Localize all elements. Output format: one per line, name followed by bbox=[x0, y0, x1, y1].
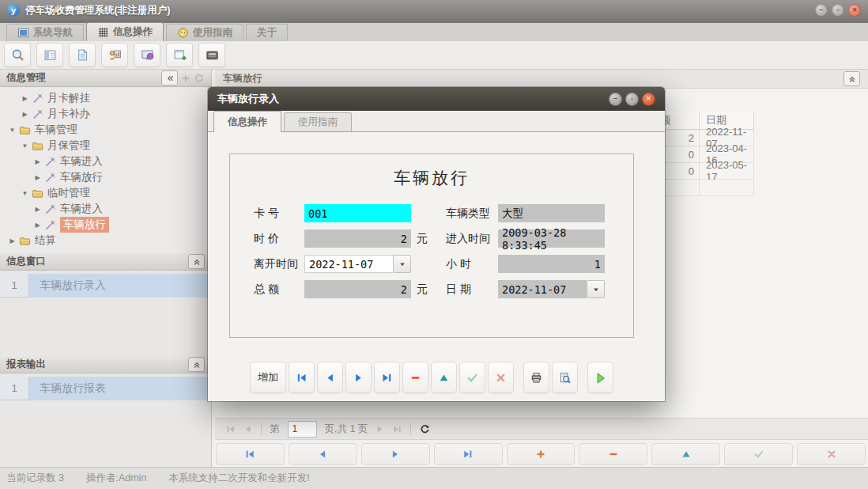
cross-button[interactable] bbox=[488, 362, 514, 393]
nav-first-button[interactable] bbox=[216, 443, 285, 465]
tab-guide[interactable]: 使用指南 bbox=[166, 24, 243, 41]
add-record-button[interactable]: 增加 bbox=[250, 362, 286, 393]
tree-expand-arrow[interactable]: ▶ bbox=[21, 111, 29, 118]
printer-button[interactable] bbox=[523, 362, 549, 393]
tree-expand-arrow[interactable]: ▶ bbox=[33, 222, 42, 229]
page-first-button[interactable] bbox=[221, 420, 239, 438]
info-mgmt-header: 信息管理 bbox=[0, 70, 211, 87]
leave-time-combobox[interactable]: 2022-11-07 bbox=[304, 255, 411, 273]
page-last-button[interactable] bbox=[388, 420, 406, 438]
tab-about[interactable]: 关于 bbox=[246, 24, 288, 41]
main-panel-title: 车辆放行 bbox=[223, 72, 262, 85]
tree-expand-arrow[interactable]: ▶ bbox=[33, 206, 42, 213]
collapse-report-output-button[interactable] bbox=[188, 357, 205, 372]
minus-button[interactable] bbox=[402, 362, 428, 393]
monitor-button[interactable] bbox=[134, 43, 160, 67]
check-button[interactable] bbox=[459, 362, 485, 393]
dialog-close-button[interactable]: × bbox=[642, 93, 655, 106]
tree-collapse-arrow[interactable]: ▼ bbox=[8, 127, 17, 134]
tree-item[interactable]: ▶月卡解挂 bbox=[0, 90, 211, 106]
nav-last-icon bbox=[392, 424, 402, 434]
report-output-row[interactable]: 1车辆放行报表 bbox=[0, 377, 211, 400]
tree-expand-arrow[interactable]: ▶ bbox=[8, 237, 17, 244]
user-report-icon bbox=[108, 48, 122, 62]
tree-item[interactable]: ▼月保管理 bbox=[0, 138, 211, 154]
nav-last-button[interactable] bbox=[374, 362, 400, 393]
plus-button[interactable] bbox=[507, 443, 576, 465]
tree-item[interactable]: ▼车辆管理 bbox=[0, 122, 211, 138]
dialog-maximize-button[interactable]: ▫ bbox=[625, 93, 639, 106]
table-view-button[interactable] bbox=[36, 43, 63, 67]
preview-icon bbox=[559, 372, 571, 384]
tree-item[interactable]: ▶结算 bbox=[0, 233, 211, 248]
leave-time-dropdown-button[interactable] bbox=[393, 255, 411, 273]
tree-expand-arrow[interactable]: ▶ bbox=[33, 158, 42, 165]
info-window-section: 信息窗口 1车辆放行录入 bbox=[0, 253, 211, 356]
minimize-button[interactable]: − bbox=[815, 4, 828, 17]
guide-coin-icon bbox=[177, 27, 189, 39]
tree-expand-arrow[interactable]: ▶ bbox=[33, 174, 42, 181]
tree-item[interactable]: ▶月卡补办 bbox=[0, 106, 211, 122]
dialog-tab[interactable]: 信息操作 bbox=[213, 111, 281, 132]
refresh-dim-icon bbox=[194, 74, 204, 83]
tree-collapse-arrow[interactable]: ▼ bbox=[21, 142, 29, 150]
tree-item-label: 车辆放行 bbox=[60, 170, 103, 184]
form-row: 离开时间2022-11-07小 时1 bbox=[254, 255, 605, 273]
collapse-info-window-button[interactable] bbox=[188, 254, 205, 269]
collapse-sidebar-button[interactable] bbox=[161, 70, 178, 85]
tree-item[interactable]: ▼临时管理 bbox=[0, 185, 211, 201]
grid-icon bbox=[97, 26, 109, 38]
collapse-main-panel-button[interactable] bbox=[843, 71, 860, 86]
up-button[interactable] bbox=[431, 362, 457, 393]
page-number-input[interactable] bbox=[288, 421, 317, 438]
date-dropdown-button[interactable] bbox=[587, 280, 605, 298]
close-button[interactable]: × bbox=[848, 4, 861, 17]
tab-label: 关于 bbox=[257, 26, 277, 40]
document-button[interactable] bbox=[69, 43, 96, 67]
tree-item[interactable]: ▶车辆进入 bbox=[0, 201, 211, 217]
tree-item[interactable]: ▶车辆放行 bbox=[0, 169, 211, 185]
info-window-row[interactable]: 1车辆放行录入 bbox=[0, 274, 211, 298]
wand-icon bbox=[44, 219, 56, 231]
card-reader-button[interactable] bbox=[198, 43, 225, 67]
tree-item[interactable]: ▶车辆进入 bbox=[0, 154, 211, 169]
nav-next-button[interactable] bbox=[345, 362, 372, 393]
dialog-minimize-button[interactable]: − bbox=[609, 93, 622, 106]
check-button[interactable] bbox=[724, 443, 793, 465]
card-no-input[interactable] bbox=[304, 204, 411, 222]
form-row: 卡 号车辆类型大型 bbox=[254, 204, 605, 222]
page-prev-button[interactable] bbox=[239, 420, 256, 438]
search-button[interactable] bbox=[4, 43, 31, 67]
page-refresh-button[interactable] bbox=[416, 420, 433, 438]
cross-icon bbox=[495, 372, 507, 384]
table-row[interactable]: 02023-05-17 bbox=[653, 163, 754, 180]
preview-button[interactable] bbox=[552, 362, 578, 393]
report-output-header: 报表输出 bbox=[0, 356, 211, 373]
tree-item[interactable]: ▶车辆放行 bbox=[0, 217, 211, 233]
tree-collapse-arrow[interactable]: ▼ bbox=[21, 190, 29, 197]
minus-button[interactable] bbox=[579, 443, 647, 465]
date-combobox[interactable]: 2022-11-07 bbox=[498, 280, 605, 298]
tab-info-op[interactable]: 信息操作 bbox=[86, 22, 164, 41]
nav-first-button[interactable] bbox=[289, 362, 315, 393]
up-icon bbox=[438, 372, 450, 384]
nav-prev-icon bbox=[324, 372, 336, 384]
window-add-button[interactable] bbox=[166, 43, 193, 67]
tab-system-nav[interactable]: 系统导航 bbox=[6, 24, 84, 41]
tree-item-label: 月卡解挂 bbox=[47, 91, 90, 105]
tree-item-label: 车辆进入 bbox=[60, 154, 103, 169]
cross-button[interactable] bbox=[797, 443, 866, 465]
tree-expand-arrow[interactable]: ▶ bbox=[21, 95, 29, 102]
nav-prev-button[interactable] bbox=[289, 443, 357, 465]
wand-icon bbox=[44, 156, 56, 168]
play-button[interactable] bbox=[587, 362, 613, 393]
table-row[interactable] bbox=[653, 180, 754, 196]
user-report-button[interactable] bbox=[101, 43, 128, 67]
nav-prev-button[interactable] bbox=[317, 362, 343, 393]
nav-last-button[interactable] bbox=[434, 443, 503, 465]
dialog-tab[interactable]: 使用指南 bbox=[284, 112, 352, 131]
up-button[interactable] bbox=[651, 443, 720, 465]
maximize-button[interactable]: ▫ bbox=[832, 4, 844, 17]
page-next-button[interactable] bbox=[371, 420, 388, 438]
nav-next-button[interactable] bbox=[361, 443, 430, 465]
